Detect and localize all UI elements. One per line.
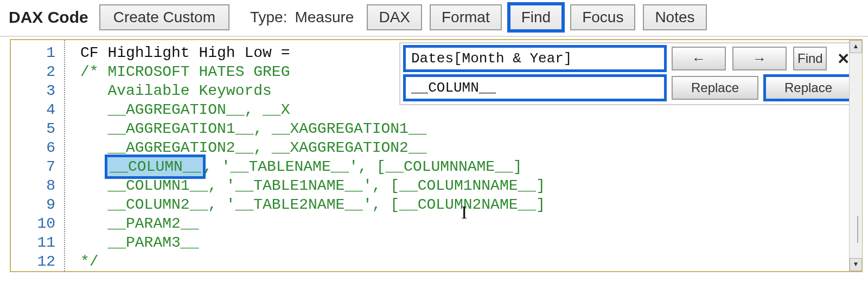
- type-label: Type:: [250, 9, 287, 26]
- scroll-down-icon[interactable]: ▼: [850, 258, 862, 271]
- code-text: __PARAM3__: [80, 234, 199, 251]
- find-replace-panel: ← → Find ✕ Replace Replace: [399, 42, 859, 105]
- replace-all-button[interactable]: Replace: [765, 76, 852, 100]
- vertical-scrollbar[interactable]: ▲ ▼: [849, 40, 862, 271]
- line-number: 9: [11, 195, 64, 214]
- code-text: __AGGREGATION__, __X: [80, 101, 290, 118]
- line-number: 8: [11, 176, 64, 195]
- line-number: 12: [11, 252, 64, 271]
- format-button[interactable]: Format: [430, 4, 502, 30]
- code-text: */: [80, 253, 99, 270]
- dax-button[interactable]: DAX: [367, 4, 422, 30]
- replace-button[interactable]: Replace: [672, 76, 758, 100]
- code-text: __AGGREGATION2__, __XAGGREGATION2__: [80, 139, 427, 156]
- code-text: Available Keywords: [80, 82, 281, 99]
- code-editor: 1 2 3 4 5 6 7 8 9 10 11 12 CF Highlight …: [10, 39, 863, 272]
- line-gutter: 1 2 3 4 5 6 7 8 9 10 11 12: [11, 40, 65, 271]
- line-number: 6: [11, 138, 64, 157]
- search-match: __COLUMN__: [107, 157, 203, 176]
- code-text: __COLUMN1__, '__TABLE1NAME__', [__COLUM1…: [80, 177, 545, 194]
- code-text: /* MICROSOFT HATES GREG: [80, 63, 299, 80]
- code-text: __PARAM2__: [80, 215, 199, 232]
- line-number: 3: [11, 81, 64, 100]
- notes-button[interactable]: Notes: [643, 4, 706, 30]
- scroll-thumb[interactable]: [857, 216, 858, 243]
- replace-input[interactable]: [405, 76, 665, 100]
- find-next-label-button[interactable]: Find: [793, 47, 827, 70]
- code-text: [80, 158, 107, 175]
- line-number: 11: [11, 233, 64, 252]
- line-number: 4: [11, 100, 64, 119]
- text-cursor-icon: I: [461, 203, 467, 222]
- find-prev-button[interactable]: ←: [672, 47, 726, 70]
- focus-button[interactable]: Focus: [570, 4, 635, 30]
- find-input[interactable]: [405, 47, 665, 70]
- create-custom-button[interactable]: Create Custom: [99, 4, 229, 30]
- toolbar: DAX Code Create Custom Type: Measure DAX…: [0, 0, 868, 37]
- code-text: CF Highlight High Low =: [80, 44, 299, 61]
- line-number: 2: [11, 62, 64, 81]
- line-number: 1: [11, 43, 64, 62]
- code-text: , '__TABLENAME__', [__COLUMNNAME__]: [203, 158, 522, 175]
- scroll-up-icon[interactable]: ▲: [850, 40, 862, 53]
- line-number: 5: [11, 119, 64, 138]
- code-area[interactable]: CF Highlight High Low = /* MICROSOFT HAT…: [65, 40, 861, 271]
- find-next-button[interactable]: →: [732, 47, 787, 70]
- line-number: 10: [11, 214, 64, 233]
- section-title: DAX Code: [9, 8, 88, 27]
- type-value: Measure: [295, 9, 354, 26]
- line-number: 7: [11, 157, 64, 176]
- code-text: __COLUMN2__, '__TABLE2NAME__', [__COLUMN…: [80, 196, 545, 213]
- find-button[interactable]: Find: [509, 4, 563, 30]
- code-text: __AGGREGATION1__, __XAGGREGATION1__: [80, 120, 427, 137]
